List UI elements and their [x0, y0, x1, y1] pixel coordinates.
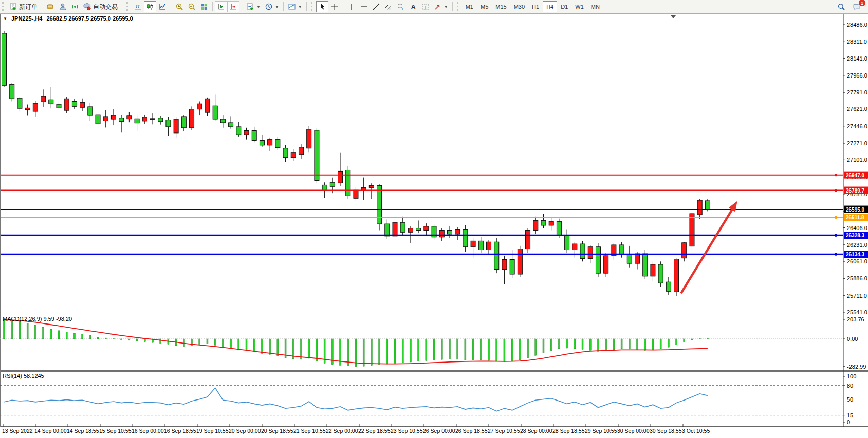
price-tick: 25886.0: [847, 275, 867, 281]
toolbar-drag-handle[interactable]: [2, 2, 5, 11]
hline-handle[interactable]: [835, 174, 837, 176]
text-button[interactable]: A: [407, 1, 419, 12]
signal-button[interactable]: [69, 1, 81, 12]
candle: [213, 106, 217, 119]
time-tick: 27 Sep 10:55: [488, 428, 520, 434]
indicators-button[interactable]: ▼: [286, 1, 304, 12]
timeframe-h4-button[interactable]: H4: [543, 1, 557, 12]
candle: [252, 131, 256, 141]
notifications-button[interactable]: 1: [851, 1, 863, 12]
candle: [572, 244, 577, 250]
zoom-in-icon: [175, 3, 183, 11]
candle: [354, 190, 358, 198]
candle: [674, 259, 679, 292]
rsi-value: 58.1245: [24, 373, 44, 379]
candle: [494, 242, 499, 269]
time-tick: 13 Sep 2022: [2, 428, 33, 434]
toolbar-drag-handle[interactable]: [126, 2, 130, 11]
candle: [72, 101, 77, 106]
candle: [88, 107, 93, 115]
candle: [604, 256, 608, 273]
autotrade-button[interactable]: 自动交易: [81, 1, 120, 12]
timeframe-m30-button[interactable]: M30: [510, 1, 528, 12]
chart-shift-button[interactable]: [215, 1, 227, 12]
hline-handle[interactable]: [835, 253, 837, 256]
timeframe-mn-button[interactable]: MN: [587, 1, 603, 12]
timeframe-h1-button[interactable]: H1: [528, 1, 543, 12]
period-clock-button[interactable]: ▼: [263, 1, 281, 12]
candle: [619, 245, 624, 255]
candle: [651, 264, 655, 276]
candle: [299, 147, 303, 155]
horizontal-line-button[interactable]: [358, 1, 370, 12]
chevron-down-icon[interactable]: ▼: [275, 5, 279, 9]
gold-seal-button[interactable]: [44, 1, 57, 12]
candle: [57, 104, 61, 108]
auto-scroll-button[interactable]: [227, 1, 239, 12]
chevron-down-icon[interactable]: ▼: [444, 5, 448, 9]
rsi-tick: 80: [847, 383, 853, 389]
candle: [10, 84, 14, 99]
cursor-button[interactable]: [316, 1, 328, 12]
timeframe-d1-button[interactable]: D1: [557, 1, 571, 12]
zoom-out-button[interactable]: [186, 1, 198, 12]
macd-tick: 0.00: [847, 336, 858, 342]
equidistant-channel-button[interactable]: E: [382, 1, 395, 12]
autotrade-button-label: 自动交易: [93, 3, 118, 11]
timeframe-w1-button[interactable]: W1: [571, 1, 587, 12]
candle: [697, 200, 702, 215]
time-tick: 19 Sep 10:55: [196, 428, 229, 434]
symbol-dropdown-icon[interactable]: ▼: [3, 16, 7, 21]
candle: [565, 235, 569, 250]
new-order-doc-button[interactable]: 新订单: [7, 1, 40, 12]
notification-badge: 1: [858, 0, 866, 7]
search-icon: [837, 3, 845, 11]
toolbar-drag-handle[interactable]: [311, 2, 314, 11]
time-tick: 26 Sep 18:55: [455, 428, 488, 434]
bar-chart-button[interactable]: [132, 1, 144, 12]
profile-button[interactable]: [57, 1, 69, 12]
arrows-button[interactable]: ▼: [432, 1, 450, 12]
main-toolbar: 新订单自动交易▼▼▼EFAT▼M1M5M15M30H1H4D1W1MN1: [0, 0, 868, 14]
vertical-line-button[interactable]: [345, 1, 358, 12]
timeframe-m5-button[interactable]: M5: [477, 1, 492, 12]
candle: [275, 140, 280, 148]
timeframe-m1-button[interactable]: M1: [462, 1, 477, 12]
timeframe-m15-button[interactable]: M15: [492, 1, 510, 12]
search-button[interactable]: [835, 1, 847, 12]
svg-text:E: E: [389, 7, 392, 11]
hline-handle[interactable]: [835, 216, 837, 219]
candle: [283, 148, 288, 158]
candle: [142, 117, 147, 121]
gold-seal-icon: [46, 3, 54, 11]
candle: [658, 264, 663, 283]
chart-canvas[interactable]: 28486.028311.028141.027966.027791.027621…: [0, 0, 868, 438]
chart-title: ▼ JPN225-,H4 26682.5 26697.5 26575.0 265…: [3, 15, 133, 22]
candle: [627, 255, 632, 263]
hline-handle[interactable]: [835, 234, 837, 237]
fibonacci-button[interactable]: F: [395, 1, 407, 12]
candle: [291, 153, 296, 158]
trendline-button[interactable]: [370, 1, 382, 12]
crosshair-button[interactable]: [328, 1, 341, 12]
new-chart-icon: [246, 3, 254, 11]
zoom-in-button[interactable]: [173, 1, 186, 12]
hline-handle[interactable]: [835, 189, 837, 192]
tile-windows-button[interactable]: [198, 1, 210, 12]
text-label-button[interactable]: T: [419, 1, 432, 12]
new-chart-button[interactable]: ▼: [244, 1, 263, 12]
candle: [549, 221, 553, 225]
candle: [557, 221, 561, 235]
candle: [103, 117, 108, 121]
toolbar-drag-handle[interactable]: [457, 2, 460, 11]
chevron-down-icon[interactable]: ▼: [256, 5, 261, 9]
candlestick-chart-button[interactable]: [144, 1, 156, 12]
line-chart-button[interactable]: [156, 1, 169, 12]
candle: [229, 123, 233, 127]
time-tick: 16 Sep 00:00: [132, 428, 164, 434]
candle: [385, 224, 390, 236]
time-tick: 26 Sep 00:00: [423, 428, 455, 434]
time-tick: 30 Sep 18:55: [650, 428, 682, 434]
candle: [80, 102, 85, 107]
chevron-down-icon[interactable]: ▼: [298, 5, 302, 9]
